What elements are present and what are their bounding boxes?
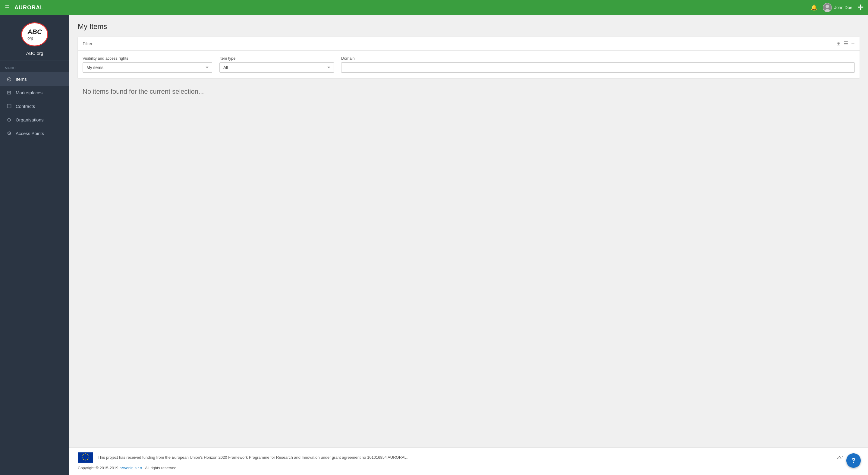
empty-state: No items found for the current selection… <box>78 78 860 105</box>
menu-label: MENU <box>0 61 69 72</box>
sidebar-item-label-items: Items <box>16 76 27 82</box>
version-badge: v0.1 <box>836 455 844 460</box>
grid-view-icon[interactable]: ⊞ <box>836 40 841 47</box>
sidebar-item-organisations[interactable]: ⊙ Organisations <box>0 113 69 127</box>
eu-flag-icon: ★ ★ ★ ★ ★ ★ ★ ★ ★ ★ <box>78 452 93 463</box>
page-title: My Items <box>78 22 860 31</box>
org-logo: ABC org <box>21 22 48 46</box>
items-icon: ◎ <box>6 76 12 82</box>
visibility-label: Visibility and access rights <box>83 56 212 61</box>
item-type-label: Item type <box>219 56 334 61</box>
notification-bell-icon[interactable]: 🔔 <box>811 4 817 11</box>
filter-title: Filter <box>83 41 93 46</box>
org-logo-text: ABC <box>27 28 42 36</box>
sidebar-item-label-marketplaces: Marketplaces <box>16 90 42 95</box>
footer: ★ ★ ★ ★ ★ ★ ★ ★ ★ ★ This project has rec… <box>69 447 868 475</box>
copyright-prefix: Copyright © 2015-2019 <box>78 466 119 470</box>
footer-link[interactable]: bAvenir, s.r.o <box>119 466 142 470</box>
access-points-icon: ⚙ <box>6 130 12 136</box>
filter-header: Filter ⊞ ☰ − <box>78 37 860 51</box>
sidebar: ABC org ABC org MENU ◎ Items ⊞ Marketpla… <box>0 15 69 475</box>
domain-field: Domain <box>341 56 855 73</box>
main-content: My Items Filter ⊞ ☰ − Visibility and acc… <box>69 15 868 475</box>
domain-label: Domain <box>341 56 855 61</box>
item-type-select[interactable]: All Sensor Actuator Service <box>219 62 334 73</box>
username-label: John Doe <box>834 5 852 10</box>
navbar-left: ☰ AURORAL <box>5 4 44 11</box>
sidebar-item-marketplaces[interactable]: ⊞ Marketplaces <box>0 86 69 99</box>
footer-eu: ★ ★ ★ ★ ★ ★ ★ ★ ★ ★ This project has rec… <box>78 452 860 463</box>
filter-body: Visibility and access rights My items Al… <box>78 51 860 78</box>
marketplaces-icon: ⊞ <box>6 90 12 96</box>
org-name: ABC org <box>26 51 43 56</box>
app-body: ABC org ABC org MENU ◎ Items ⊞ Marketpla… <box>0 15 868 475</box>
sidebar-item-label-contracts: Contracts <box>16 104 35 109</box>
svg-point-1 <box>826 5 829 8</box>
org-logo-subtext: org <box>27 36 42 40</box>
filter-card: Filter ⊞ ☰ − Visibility and access right… <box>78 37 860 78</box>
main-inner: My Items Filter ⊞ ☰ − Visibility and acc… <box>69 15 868 447</box>
sidebar-item-items[interactable]: ◎ Items <box>0 72 69 86</box>
visibility-field: Visibility and access rights My items Al… <box>83 56 212 73</box>
organisations-icon: ⊙ <box>6 117 12 123</box>
collapse-filter-icon[interactable]: − <box>851 41 855 47</box>
avatar <box>823 3 832 12</box>
sidebar-item-contracts[interactable]: ❐ Contracts <box>0 99 69 113</box>
domain-input[interactable] <box>341 62 855 73</box>
help-button[interactable]: ? <box>846 453 861 468</box>
user-menu[interactable]: John Doe <box>823 3 852 12</box>
sidebar-item-label-access-points: Access Points <box>16 131 44 136</box>
sidebar-item-label-organisations: Organisations <box>16 117 44 122</box>
footer-copyright: Copyright © 2015-2019 bAvenir, s.r.o . A… <box>78 466 860 470</box>
menu-icon[interactable]: ☰ <box>5 4 10 11</box>
visibility-select[interactable]: My items All Public <box>83 62 212 73</box>
navbar-right: 🔔 John Doe ✛ <box>811 3 863 12</box>
app-brand: AURORAL <box>14 4 44 11</box>
sidebar-org: ABC org ABC org <box>0 15 69 61</box>
sidebar-item-access-points[interactable]: ⚙ Access Points <box>0 127 69 140</box>
item-type-field: Item type All Sensor Actuator Service <box>219 56 334 73</box>
filter-view-icons: ⊞ ☰ − <box>836 40 855 47</box>
navbar: ☰ AURORAL 🔔 John Doe ✛ <box>0 0 868 15</box>
copyright-suffix: . All rights reserved. <box>142 466 178 470</box>
add-user-icon[interactable]: ✛ <box>858 4 863 11</box>
footer-eu-text: This project has received funding from t… <box>98 454 408 461</box>
sidebar-nav: ◎ Items ⊞ Marketplaces ❐ Contracts ⊙ Org… <box>0 72 69 146</box>
contracts-icon: ❐ <box>6 103 12 109</box>
list-view-icon[interactable]: ☰ <box>844 40 848 47</box>
